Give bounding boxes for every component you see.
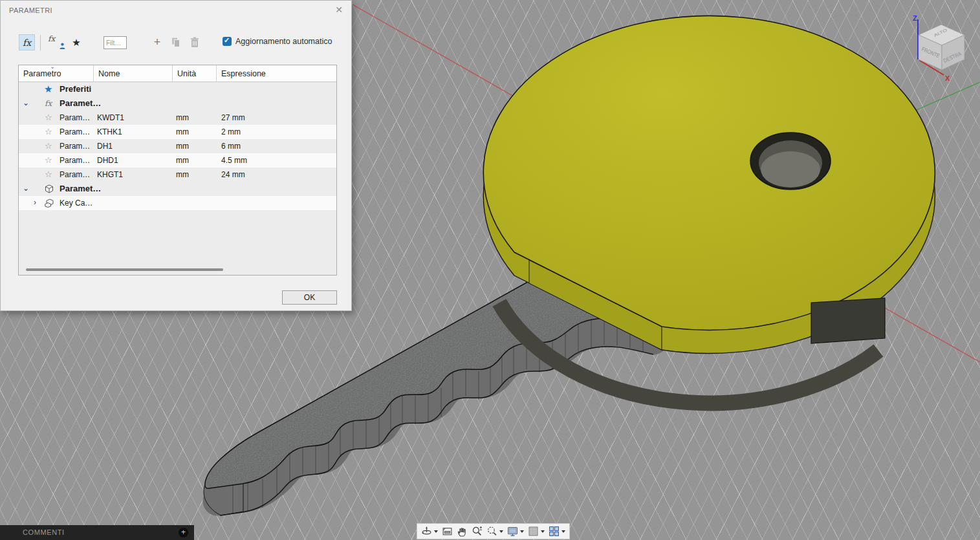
param-name-cell: KTHK1	[97, 127, 122, 136]
favorite-toggle-icon[interactable]: ☆	[45, 127, 52, 136]
table-row-model-parameters-group[interactable]: ⌄ Paramet…	[19, 182, 336, 196]
param-unit-cell: mm	[176, 113, 189, 122]
orbit-button[interactable]	[419, 524, 440, 539]
filter-input[interactable]	[103, 36, 127, 49]
grid-display-dropdown-arrow[interactable]	[541, 530, 545, 533]
param-type-cell: Param…	[60, 170, 90, 179]
favorite-toggle-icon[interactable]: ☆	[45, 169, 52, 179]
user-parameter-button[interactable]: fx	[48, 34, 66, 50]
ok-button[interactable]: OK	[282, 290, 337, 305]
dialog-title[interactable]: PARAMETRI	[9, 6, 52, 14]
viewports-button[interactable]	[547, 524, 567, 539]
group-label: Paramet…	[60, 98, 101, 108]
comments-label: COMMENTI	[23, 528, 65, 536]
component-icon	[45, 199, 55, 208]
display-settings-dropdown-arrow[interactable]	[520, 530, 524, 533]
scrollbar-thumb[interactable]	[26, 268, 223, 271]
param-name-cell: KWDT1	[97, 113, 124, 122]
param-name-cell: KHGT1	[97, 170, 123, 179]
table-row-user-parameters-group[interactable]: ⌄ fx Paramet…	[19, 96, 336, 111]
param-type-cell: Param…	[60, 127, 90, 136]
param-type-cell: Param…	[60, 156, 90, 165]
add-parameter-button[interactable]: +	[151, 34, 164, 50]
zoom-button[interactable]	[470, 524, 485, 539]
favorites-star-button[interactable]: ★	[69, 34, 83, 50]
column-header-espressione[interactable]: Espressione	[217, 65, 336, 81]
navigation-toolbar	[417, 523, 570, 539]
parameters-table: ⌄ Parametro Nome Unità Espressione ★ Pre…	[18, 65, 337, 275]
pan-icon	[457, 526, 468, 537]
table-row-key-cap-component[interactable]: › Key Ca…	[19, 196, 336, 210]
user-person-icon	[60, 43, 65, 49]
delete-parameter-button[interactable]	[188, 34, 201, 50]
horizontal-scrollbar[interactable]	[24, 268, 331, 272]
toolbar-separator	[40, 35, 41, 50]
grid-display-icon	[528, 526, 539, 537]
component-label: Key Ca…	[60, 199, 93, 208]
comments-bar[interactable]: COMMENTI +	[0, 525, 194, 540]
param-name-cell: DHD1	[97, 156, 118, 165]
expand-chevron-icon[interactable]: ›	[34, 198, 36, 207]
table-row-param-dh1[interactable]: ☆ Param… DH1 mm 6 mm	[19, 139, 336, 153]
pan-button[interactable]	[455, 524, 470, 539]
copy-parameter-button[interactable]	[169, 34, 183, 50]
look-at-icon	[442, 526, 453, 537]
table-row-param-dhd1[interactable]: ☆ Param… DHD1 mm 4.5 mm	[19, 153, 336, 167]
auto-update-label: Aggiornamento automatico	[235, 37, 332, 46]
column-header-unita[interactable]: Unità	[173, 65, 217, 81]
param-unit-cell: mm	[176, 127, 189, 136]
param-unit-cell: mm	[176, 142, 189, 151]
favorite-toggle-icon[interactable]: ☆	[45, 113, 52, 122]
view-cube[interactable]: ALTO FRONTE DESTRA Z X	[913, 14, 964, 82]
column-header-nome[interactable]: Nome	[94, 65, 173, 81]
favorite-toggle-icon[interactable]: ☆	[45, 141, 52, 151]
orbit-icon	[421, 526, 432, 537]
close-icon[interactable]: ✕	[333, 5, 345, 15]
viewcube-z-label: Z	[913, 14, 917, 22]
table-row-param-kwdt1[interactable]: ☆ Param… KWDT1 mm 27 mm	[19, 111, 336, 125]
param-name-cell: DH1	[97, 142, 113, 151]
zoom-icon	[472, 526, 483, 537]
param-expression-cell[interactable]: 24 mm	[221, 170, 245, 179]
param-expression-cell[interactable]: 4.5 mm	[221, 156, 247, 165]
fx-parameters-button[interactable]: fx	[19, 34, 35, 50]
table-row-param-khgt1[interactable]: ☆ Param… KHGT1 mm 24 mm	[19, 167, 336, 182]
dialog-toolbar: fx fx ★ + Aggi	[19, 34, 338, 52]
param-unit-cell: mm	[176, 156, 189, 165]
auto-update-checkbox[interactable]	[223, 37, 232, 46]
grid-display-button[interactable]	[526, 524, 547, 539]
sort-chevron-icon: ⌄	[50, 63, 55, 70]
viewcube-x-label: X	[945, 74, 950, 82]
param-type-cell: Param…	[60, 113, 90, 122]
column-header-parametro[interactable]: ⌄ Parametro	[19, 65, 94, 81]
zoom-window-dropdown-arrow[interactable]	[499, 530, 503, 533]
display-settings-button[interactable]	[505, 524, 526, 539]
look-at-button[interactable]	[440, 524, 455, 539]
table-row-favorites[interactable]: ★ Preferiti	[19, 82, 336, 96]
param-type-cell: Param…	[60, 142, 90, 151]
trash-icon	[190, 37, 199, 48]
favorites-label: Preferiti	[60, 84, 91, 94]
auto-update-toggle[interactable]: Aggiornamento automatico	[223, 37, 332, 46]
viewports-dropdown-arrow[interactable]	[561, 530, 565, 533]
parameters-dialog: PARAMETRI ✕ fx fx ★ +	[0, 0, 352, 311]
collapse-chevron-icon[interactable]: ⌄	[23, 98, 29, 107]
zoom-window-icon	[486, 526, 497, 537]
favorites-star-icon: ★	[44, 83, 52, 95]
param-expression-cell[interactable]: 2 mm	[221, 127, 241, 136]
param-unit-cell: mm	[176, 170, 189, 179]
param-expression-cell[interactable]: 6 mm	[221, 142, 241, 151]
collapse-chevron-icon[interactable]: ⌄	[23, 184, 29, 193]
table-row-param-kthk1[interactable]: ☆ Param… KTHK1 mm 2 mm	[19, 125, 336, 139]
favorite-toggle-icon[interactable]: ☆	[45, 155, 52, 165]
display-settings-icon	[507, 526, 518, 537]
orbit-dropdown-arrow[interactable]	[434, 530, 438, 533]
key-cap-hole	[750, 133, 831, 189]
viewports-icon	[549, 526, 560, 537]
copy-icon	[171, 37, 181, 48]
fx-group-icon: fx	[45, 99, 52, 108]
add-comment-icon[interactable]: +	[179, 528, 188, 537]
param-expression-cell[interactable]: 27 mm	[221, 113, 245, 122]
zoom-window-button[interactable]	[485, 524, 505, 539]
group-label: Paramet…	[60, 184, 101, 193]
